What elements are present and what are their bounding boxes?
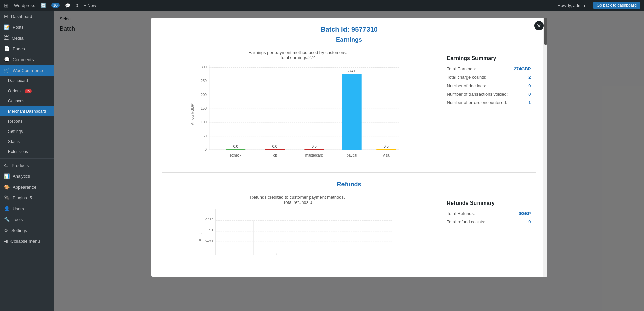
analytics-icon: 📊 <box>4 173 10 179</box>
summary-label: Total refund counts: <box>447 219 485 224</box>
sidebar-item-label: Pages <box>13 46 25 51</box>
sidebar-item-woo-coupons[interactable]: Coupons <box>0 96 54 106</box>
media-icon: 🖼 <box>4 35 9 41</box>
modal-content: Batch Id: 9577310 Earnings Earnings per … <box>151 18 547 277</box>
products-icon: 🏷 <box>4 163 9 168</box>
sidebar-item-label: Posts <box>13 25 24 30</box>
wp-logo-icon: ⊞ <box>4 2 8 9</box>
bar-paypal <box>342 74 361 150</box>
refunds-chart-area: Refunds credited to customer payment met… <box>162 195 434 268</box>
svg-text:200: 200 <box>201 93 207 97</box>
modal-overlay: ✕ Batch Id: 9577310 Earnings Earnings pe… <box>54 11 644 311</box>
summary-total-earnings: Total Earnings: 274GBP <box>447 66 531 71</box>
users-icon: 👤 <box>4 206 10 211</box>
sidebar-item-label: Dashboard <box>8 78 28 83</box>
sidebar-item-tools[interactable]: 🔧 Tools <box>0 214 54 225</box>
refunds-summary-panel: Refunds Summary Total Refunds: 0GBP Tota… <box>442 195 536 233</box>
go-back-dashboard-button[interactable]: Go back to dashboard <box>593 2 640 9</box>
sidebar-item-media[interactable]: 🖼 Media <box>0 32 54 43</box>
new-button[interactable]: + New <box>84 3 96 8</box>
summary-errors: Number of errors encountered: 1 <box>447 100 531 105</box>
modal-scrollbar-track[interactable] <box>543 18 547 277</box>
section-divider <box>162 172 536 173</box>
plugins-badge: 5 <box>30 195 32 200</box>
summary-label: Number of errors encountered: <box>447 100 507 105</box>
summary-value: 274GBP <box>514 66 531 71</box>
summary-label: Total Refunds: <box>447 211 475 216</box>
sidebar-item-label: Extensions <box>8 149 28 154</box>
collapse-icon: ◀ <box>4 238 8 244</box>
updates-count: 10 <box>51 3 60 8</box>
svg-text:0.125: 0.125 <box>205 218 213 221</box>
summary-label: Total charge counts: <box>447 75 486 80</box>
sidebar-item-woocommerce[interactable]: 🛒 WooCommerce <box>0 65 54 76</box>
summary-voided: Number of transactions voided: 0 <box>447 92 531 97</box>
sidebar-item-woo-extensions[interactable]: Extensions <box>0 147 54 157</box>
sidebar-item-label: WooCommerce <box>13 68 43 73</box>
refunds-chart-section: Refunds credited to customer payment met… <box>162 195 536 268</box>
main-layout: ⊞ Dashboard 📝 Posts 🖼 Media 📄 Pages 💬 Co… <box>0 11 644 311</box>
sidebar-item-settings[interactable]: ⚙ Settings <box>0 225 54 236</box>
modal-scrollbar-thumb[interactable] <box>544 18 547 45</box>
tools-icon: 🔧 <box>4 217 10 222</box>
comments-count: 0 <box>76 3 78 8</box>
sidebar-item-label: Coupons <box>8 99 24 103</box>
sidebar-item-posts[interactable]: 📝 Posts <box>0 22 54 32</box>
sidebar-item-reports[interactable]: Reports <box>0 116 54 126</box>
sidebar-item-label: Status <box>8 139 20 144</box>
summary-label: Number of transactions voided: <box>447 92 508 97</box>
sidebar-item-label: Analytics <box>13 174 30 179</box>
bar-jcb <box>265 149 285 150</box>
sidebar-item-woo-settings[interactable]: Settings <box>0 126 54 137</box>
summary-charge-counts: Total charge counts: 2 <box>447 75 531 80</box>
comments-icon: 💬 <box>65 3 70 8</box>
sidebar-item-products[interactable]: 🏷 Products <box>0 160 54 171</box>
site-name: Wordpress <box>14 3 35 8</box>
svg-text:150: 150 <box>201 106 207 110</box>
sidebar-item-plugins[interactable]: 🔌 Plugins 5 <box>0 192 54 203</box>
bar-mastercard <box>304 149 324 150</box>
sidebar-item-pages[interactable]: 📄 Pages <box>0 43 54 54</box>
svg-text:50: 50 <box>203 134 207 138</box>
sidebar-item-label: Settings <box>11 228 27 233</box>
sidebar-item-appearance[interactable]: 🎨 Appearance <box>0 182 54 192</box>
appearance-icon: 🎨 <box>4 184 10 190</box>
settings-icon: ⚙ <box>4 228 8 233</box>
sidebar-item-woo-dashboard[interactable]: Dashboard <box>0 76 54 86</box>
sidebar-item-label: Media <box>12 35 23 41</box>
svg-text:300: 300 <box>201 65 207 69</box>
sidebar-item-merchant-dashboard[interactable]: Merchant Dashboard <box>0 106 54 116</box>
summary-label: Total Earnings: <box>447 66 476 71</box>
orders-badge: 15 <box>25 89 32 93</box>
svg-text:(GBP): (GBP) <box>198 232 201 241</box>
svg-text:274.0: 274.0 <box>347 69 356 73</box>
sidebar-item-users[interactable]: 👤 Users <box>0 203 54 214</box>
svg-text:jcb: jcb <box>272 153 277 157</box>
svg-text:0.075: 0.075 <box>205 239 213 242</box>
modal-close-button[interactable]: ✕ <box>534 21 544 30</box>
sidebar-item-label: Comments <box>13 57 34 62</box>
svg-text:0.0: 0.0 <box>383 144 388 148</box>
svg-text:0: 0 <box>211 253 213 257</box>
svg-text:0: 0 <box>205 147 207 151</box>
sidebar-item-woo-orders[interactable]: Orders 15 <box>0 86 54 96</box>
earnings-summary-title: Earnings Summary <box>447 55 531 62</box>
summary-value: 0 <box>528 83 531 88</box>
summary-total-refunds: Total Refunds: 0GBP <box>447 211 531 216</box>
svg-text:mastercard: mastercard <box>305 153 323 157</box>
modal: ✕ Batch Id: 9577310 Earnings Earnings pe… <box>151 18 547 277</box>
sidebar-item-label: Products <box>12 163 29 168</box>
howdy-text: Howdy, admin <box>558 3 585 8</box>
sidebar-item-dashboard[interactable]: ⊞ Dashboard <box>0 11 54 22</box>
dashboard-icon: ⊞ <box>4 14 8 19</box>
sidebar-item-comments[interactable]: 💬 Comments <box>0 54 54 65</box>
earnings-bar-chart: 0 50 100 150 <box>162 62 434 163</box>
sidebar-item-label: Users <box>13 206 24 211</box>
refunds-total-line: Total refunds:0 <box>162 200 434 205</box>
sidebar-item-analytics[interactable]: 📊 Analytics <box>0 171 54 182</box>
summary-refund-counts: Total refund counts: 0 <box>447 219 531 224</box>
sidebar-item-collapse[interactable]: ◀ Collapse menu <box>0 236 54 246</box>
sidebar-item-woo-status[interactable]: Status <box>0 137 54 147</box>
summary-value: 0 <box>528 219 531 224</box>
summary-value: 0GBP <box>519 211 531 216</box>
